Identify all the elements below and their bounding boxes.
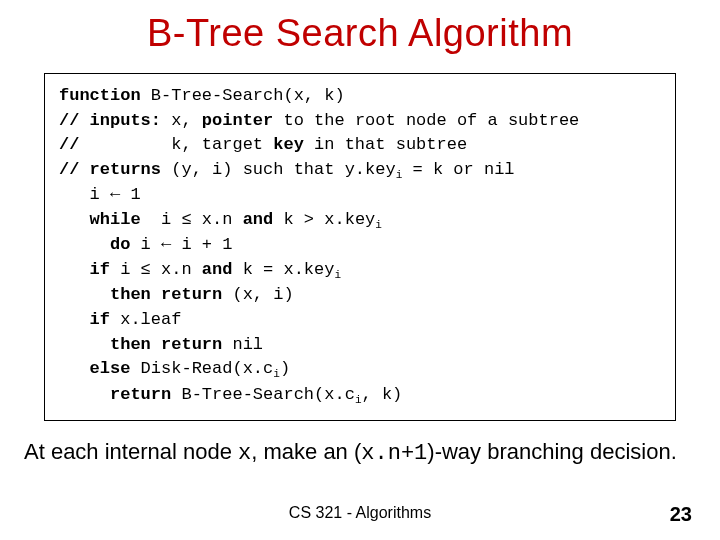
kw-then-return: then return	[110, 285, 222, 304]
code-line: function B-Tree-Search(x, k)	[59, 84, 661, 109]
code-text: to the root node of a subtree	[273, 111, 579, 130]
subscript-i: i	[273, 369, 280, 381]
code-line: then return (x, i)	[59, 283, 661, 308]
code-text: k, target	[161, 135, 273, 154]
kw-then-return: then return	[110, 335, 222, 354]
code-line: else Disk-Read(x.ci)	[59, 357, 661, 382]
code-line: // returns (y, i) such that y.keyi = k o…	[59, 158, 661, 183]
code-line: if x.leaf	[59, 308, 661, 333]
code-text: x,	[161, 111, 202, 130]
code-indent	[59, 359, 90, 378]
subscript-i: i	[334, 269, 341, 281]
caption: At each internal node x, make an (x.n+1)…	[24, 439, 696, 466]
kw-return: return	[110, 385, 171, 404]
code-indent	[59, 335, 110, 354]
code-text: k > x.key	[273, 210, 375, 229]
subscript-i: i	[375, 219, 382, 231]
code-text: B-Tree-Search(x, k)	[141, 86, 345, 105]
caption-expr: x.n+1	[361, 441, 427, 466]
slide-title: B-Tree Search Algorithm	[0, 0, 720, 55]
code-line: return B-Tree-Search(x.ci, k)	[59, 383, 661, 408]
code-text: )	[280, 359, 290, 378]
code-indent	[59, 285, 110, 304]
code-text: i ← i + 1	[130, 235, 232, 254]
code-text: , k)	[362, 385, 403, 404]
kw-if: if	[90, 260, 110, 279]
code-line: // inputs: x, pointer to the root node o…	[59, 109, 661, 134]
kw-inputs: // inputs:	[59, 111, 161, 130]
kw-do: do	[110, 235, 130, 254]
kw-and: and	[202, 260, 233, 279]
caption-text: )-way branching decision.	[427, 439, 676, 464]
code-line: // k, target key in that subtree	[59, 133, 661, 158]
code-text: nil	[222, 335, 263, 354]
kw-and: and	[243, 210, 274, 229]
kw-pointer: pointer	[202, 111, 273, 130]
code-line: i ← 1	[59, 183, 661, 208]
code-text: i ≤ x.n	[110, 260, 202, 279]
kw-else: else	[90, 359, 131, 378]
code-indent	[59, 210, 90, 229]
code-text: B-Tree-Search(x.c	[171, 385, 355, 404]
code-line: do i ← i + 1	[59, 233, 661, 258]
footer-course: CS 321 - Algorithms	[0, 504, 720, 522]
kw-returns: // returns	[59, 160, 161, 179]
code-line: then return nil	[59, 333, 661, 358]
code-text: (x, i)	[222, 285, 293, 304]
kw-key: key	[273, 135, 304, 154]
caption-text: At each internal node	[24, 439, 238, 464]
code-text: Disk-Read(x.c	[130, 359, 273, 378]
code-text: = k or nil	[402, 160, 514, 179]
kw-function: function	[59, 86, 141, 105]
caption-text: , make an (	[251, 439, 361, 464]
subscript-i: i	[355, 394, 362, 406]
code-indent	[59, 385, 110, 404]
code-text: (y, i) such that y.key	[161, 160, 396, 179]
kw-if: if	[90, 310, 110, 329]
code-indent	[59, 260, 90, 279]
code-text: in that subtree	[304, 135, 467, 154]
code-line: if i ≤ x.n and k = x.keyi	[59, 258, 661, 283]
kw-indent: //	[59, 135, 161, 154]
code-text: i ← 1	[59, 185, 141, 204]
caption-var-x: x	[238, 441, 251, 466]
code-text: k = x.key	[232, 260, 334, 279]
kw-while: while	[90, 210, 141, 229]
code-indent	[59, 310, 90, 329]
algorithm-code-box: function B-Tree-Search(x, k) // inputs: …	[44, 73, 676, 421]
code-text: x.leaf	[110, 310, 181, 329]
code-line: while i ≤ x.n and k > x.keyi	[59, 208, 661, 233]
page-number: 23	[670, 503, 692, 526]
code-text: i ≤ x.n	[141, 210, 243, 229]
code-indent	[59, 235, 110, 254]
